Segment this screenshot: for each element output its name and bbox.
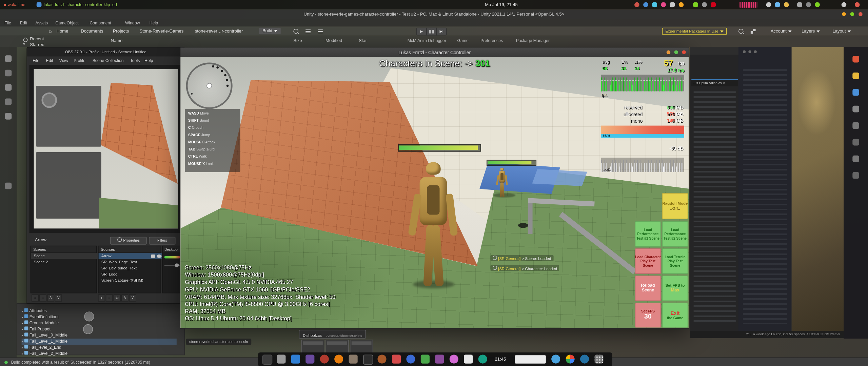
- game-maximize-button[interactable]: [674, 50, 678, 54]
- taskbar-icon-help[interactable]: [406, 355, 415, 364]
- doc-tooltip[interactable]: Dishook.cs Assets/Dishooks/Scripts: [299, 330, 366, 339]
- unity-maximize-button[interactable]: [850, 12, 854, 16]
- tray-icon-11[interactable]: [775, 2, 780, 7]
- taskbar-icon-gimp[interactable]: [349, 355, 358, 364]
- tray-icon-6[interactable]: [679, 2, 684, 7]
- volume-slider-handle[interactable]: [175, 263, 179, 267]
- game-title-bar[interactable]: Lukas Fratzl - Character Controller: [180, 47, 689, 57]
- column-star[interactable]: Star: [359, 38, 367, 43]
- tray-icon-15[interactable]: [815, 2, 820, 7]
- obs-menu-scene-collection[interactable]: Scene Collection: [93, 58, 124, 63]
- tray-icon-8[interactable]: [702, 2, 707, 7]
- tray-icon-3[interactable]: [652, 2, 657, 7]
- hamburger-menu-icon[interactable]: [318, 29, 323, 33]
- tray-icon-13[interactable]: [797, 2, 802, 7]
- source-down-button[interactable]: ᐯ: [129, 294, 136, 302]
- breadcrumb-projects[interactable]: Projects: [113, 29, 129, 34]
- tray-icon-4[interactable]: [661, 2, 666, 7]
- search-icon[interactable]: [293, 29, 298, 34]
- menu-component[interactable]: Component: [90, 20, 111, 25]
- remove-scene-button[interactable]: −: [39, 294, 46, 302]
- tab-package-manager[interactable]: Package Manager: [516, 38, 550, 43]
- vscode-status-text[interactable]: You, a week ago Ln 200, Col 58 Spaces: 4…: [746, 332, 840, 336]
- obs-preview[interactable]: [29, 65, 182, 233]
- taskbar-icon-telegram[interactable]: [551, 355, 560, 364]
- load-character-play-test-button[interactable]: Load Character Play Test Scene: [635, 248, 661, 274]
- taskbar-icon-terminal-alt[interactable]: [305, 355, 314, 364]
- grid-view-icon[interactable]: [751, 29, 756, 34]
- tray-icon-2[interactable]: [643, 2, 648, 7]
- tree-item-crouch-module[interactable]: ▸ Crouch_Module: [22, 320, 177, 326]
- taskbar-icon-red-app[interactable]: [392, 355, 401, 364]
- taskbar-icon-purple-app[interactable]: [435, 355, 444, 364]
- source-item-screen-capture[interactable]: Screen Capture (XSHM): [99, 277, 163, 283]
- taskbar-icon-filezilla[interactable]: [320, 355, 329, 364]
- breadcrumb-home[interactable]: Home: [57, 29, 68, 34]
- tree-item-fall-level-0[interactable]: ▸ Fall_Level_0_Middle: [22, 332, 177, 338]
- account-dropdown[interactable]: Account: [771, 29, 792, 34]
- dock-icon-5[interactable]: [852, 122, 859, 129]
- lock-icon[interactable]: [151, 254, 155, 258]
- home-icon[interactable]: ⌂: [49, 28, 52, 34]
- taskbar-icon-obs[interactable]: [580, 355, 589, 364]
- scenes-header[interactable]: Scenes: [31, 246, 96, 252]
- floating-app-icon-2[interactable]: [83, 324, 93, 334]
- breadcrumb-stone-reverie[interactable]: Stone-Reverie-Games: [139, 29, 183, 34]
- tree-item-fall-level-2-middle[interactable]: ▸ Fall_Level_2_Middle: [22, 351, 177, 357]
- ragdoll-mode-button[interactable]: Ragdoll Mode ..Off..: [662, 193, 688, 219]
- tree-item-fall-level-2-end[interactable]: ▸ Fall_level_2_End: [22, 345, 177, 350]
- tray-icon-1[interactable]: [634, 2, 639, 7]
- scene-down-button[interactable]: ᐯ: [55, 294, 62, 302]
- strip-icon-1[interactable]: [5, 55, 12, 62]
- taskbar-icon-unity[interactable]: [363, 355, 373, 365]
- strip-icon-4[interactable]: [5, 99, 12, 105]
- tray-icon-14[interactable]: [806, 2, 811, 7]
- menu-gameobject[interactable]: GameObject: [55, 20, 79, 25]
- strip-icon-3[interactable]: [5, 84, 12, 91]
- source-item-logo[interactable]: SR_Logo: [99, 271, 163, 277]
- taskbar-clock[interactable]: 21:45: [495, 357, 506, 362]
- strip-icon-6[interactable]: [5, 183, 12, 189]
- dock-icon-4[interactable]: [852, 106, 859, 113]
- tray-icon-17[interactable]: [855, 2, 860, 7]
- experimental-packages-button[interactable]: Experimental Packages In Use: [662, 28, 727, 35]
- source-item-web-page-text[interactable]: SR_Web_Page_Text: [99, 259, 163, 265]
- panel-dot-2[interactable]: [748, 50, 751, 53]
- close-icon[interactable]: ✕: [723, 81, 725, 85]
- dock-icon-6[interactable]: [852, 139, 859, 146]
- tray-icon-16[interactable]: [842, 2, 847, 7]
- tray-cpu-graph[interactable]: [739, 2, 757, 8]
- exit-game-button[interactable]: Exit the Game: [662, 303, 688, 327]
- project-indicator-label[interactable]: lukas-fratzl--character-controller-klip_…: [44, 2, 117, 7]
- set-fps-max-button[interactable]: Set FPS to Max: [662, 276, 688, 301]
- properties-button[interactable]: Properties: [110, 237, 147, 245]
- eye-icon[interactable]: [157, 254, 162, 258]
- tray-icon-10[interactable]: [766, 2, 771, 7]
- set-fps-30-button[interactable]: Set FPS 30: [635, 303, 661, 327]
- taskbar-icon-notes[interactable]: [464, 355, 473, 364]
- dock-icon-1[interactable]: [852, 56, 859, 63]
- strip-icon-2[interactable]: [5, 70, 12, 77]
- game-minimize-button[interactable]: [667, 50, 670, 54]
- column-size[interactable]: Size: [293, 38, 302, 43]
- dock-icon-8[interactable]: [852, 172, 859, 179]
- sidebar-item-starred[interactable]: Starred: [30, 42, 44, 47]
- dock-icon-3[interactable]: [852, 89, 859, 96]
- sln-chip[interactable]: stone-reverie-character-controller.sln: [186, 339, 251, 345]
- scene-up-button[interactable]: ᐱ: [47, 294, 54, 302]
- scene-item-1[interactable]: Scene: [31, 253, 99, 259]
- taskbar-icon-audacity[interactable]: [377, 355, 386, 364]
- build-folder-button[interactable]: Build: [259, 28, 280, 35]
- dock-icon-2[interactable]: [852, 73, 859, 79]
- obs-menu-tools[interactable]: Tools: [130, 58, 140, 63]
- obs-menu-file[interactable]: File: [33, 58, 39, 63]
- source-item-dev-text[interactable]: SR_Dev_surce_Text: [99, 265, 163, 271]
- layers-dropdown[interactable]: Layers: [802, 29, 820, 34]
- taskbar-icon-blender[interactable]: [334, 355, 343, 364]
- source-up-button[interactable]: ᐱ: [121, 294, 129, 302]
- window-preview[interactable]: [515, 355, 546, 363]
- load-performance-test-2-button[interactable]: Load Performance Test #2 Scene: [662, 221, 688, 247]
- play-button[interactable]: ▶: [416, 28, 427, 36]
- tree-item-eventdefinitions[interactable]: ▸ EventDefinitions: [22, 314, 177, 320]
- obs-menu-help[interactable]: Help: [144, 58, 153, 63]
